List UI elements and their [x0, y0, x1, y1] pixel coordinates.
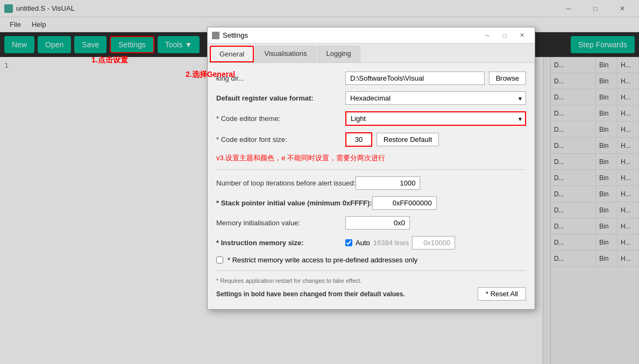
modal-minimize-button[interactable]: ─: [479, 28, 496, 43]
settings-icon: [212, 32, 219, 39]
working-dir-input[interactable]: [345, 72, 485, 85]
loop-input[interactable]: [356, 176, 420, 190]
theme-note-row: v3.设置主题和颜色，e 不能同时设置，需要分两次进行: [216, 153, 526, 163]
annotation-select-general: 2.选择General: [186, 70, 235, 80]
loop-label: Number of loop iterations before alert i…: [216, 179, 356, 187]
reset-all-button[interactable]: * Reset All: [478, 287, 526, 301]
memory-init-input[interactable]: [345, 216, 410, 230]
theme-label: * Code editor theme:: [216, 115, 345, 123]
memory-init-label: Memory initialisation value:: [216, 219, 345, 227]
font-size-input[interactable]: [345, 132, 372, 147]
restore-default-button[interactable]: Restore Default: [377, 133, 439, 146]
memory-init-row: Memory initialisation value:: [216, 216, 526, 230]
register-format-select[interactable]: Hexadecimal Decimal Binary: [345, 91, 526, 105]
working-dir-label: king dir...: [216, 74, 345, 82]
instruction-size-label: * Instruction memory size:: [216, 239, 345, 247]
modal-title-text: Settings: [223, 31, 479, 39]
register-format-label: Default register value format:: [216, 94, 345, 102]
lines-label: 16384 lines: [373, 239, 409, 247]
register-format-select-wrapper: Hexadecimal Decimal Binary ▼: [345, 91, 526, 105]
stack-row: * Stack pointer initial value (minimum 0…: [216, 196, 526, 210]
modal-content: king dir... Browse Default register valu…: [208, 63, 535, 309]
browse-button[interactable]: Browse: [489, 72, 526, 85]
app-wrapper: untitled.S - VisUAL ─ □ ✕ File Help New …: [0, 0, 639, 364]
working-dir-row: king dir... Browse: [216, 72, 526, 85]
theme-row: * Code editor theme: Light Dark High Con…: [216, 111, 526, 126]
bold-note: Settings in bold have been changed from …: [216, 290, 405, 298]
modal-close-button[interactable]: ✕: [513, 28, 530, 43]
separator: [216, 169, 526, 170]
tab-visualisations[interactable]: Visualisations: [255, 46, 316, 62]
theme-annotation: v3.设置主题和颜色，e 不能同时设置，需要分两次进行: [216, 154, 385, 162]
footer-row: Settings in bold have been changed from …: [216, 287, 526, 301]
stack-label: * Stack pointer initial value (minimum 0…: [216, 199, 372, 207]
modal-controls: ─ □ ✕: [479, 28, 530, 43]
auto-label: Auto: [356, 239, 370, 247]
requires-restart-note: * Requires application restart for chang…: [216, 277, 526, 284]
font-size-label: * Code editor font size:: [216, 135, 345, 144]
instruction-size-row: * Instruction memory size: Auto 16384 li…: [216, 236, 526, 249]
font-size-row: * Code editor font size: Restore Default: [216, 132, 526, 147]
stack-input[interactable]: [372, 196, 437, 210]
restrict-memory-checkbox[interactable]: [216, 256, 223, 263]
instruction-size-controls: Auto 16384 lines: [345, 236, 455, 249]
restrict-memory-label: * Restrict memory write access to pre-de…: [228, 256, 417, 264]
restrict-memory-row: * Restrict memory write access to pre-de…: [216, 256, 526, 264]
loop-row: Number of loop iterations before alert i…: [216, 176, 526, 190]
modal-title-bar: Settings ─ □ ✕: [208, 27, 535, 44]
theme-select[interactable]: Light Dark High Contrast: [345, 111, 526, 126]
separator-2: [216, 270, 526, 271]
auto-checkbox[interactable]: [345, 239, 352, 246]
settings-modal: Settings ─ □ ✕ General Visualisations Lo…: [207, 27, 535, 310]
tab-general[interactable]: General: [210, 46, 254, 62]
register-format-row: Default register value format: Hexadecim…: [216, 91, 526, 105]
modal-maximize-button[interactable]: □: [496, 28, 513, 43]
settings-tabs: General Visualisations Logging: [208, 44, 535, 63]
instruction-hex-input[interactable]: [412, 236, 455, 249]
tab-logging[interactable]: Logging: [317, 46, 360, 62]
annotation-click-settings: 1.点击设置: [91, 55, 128, 65]
